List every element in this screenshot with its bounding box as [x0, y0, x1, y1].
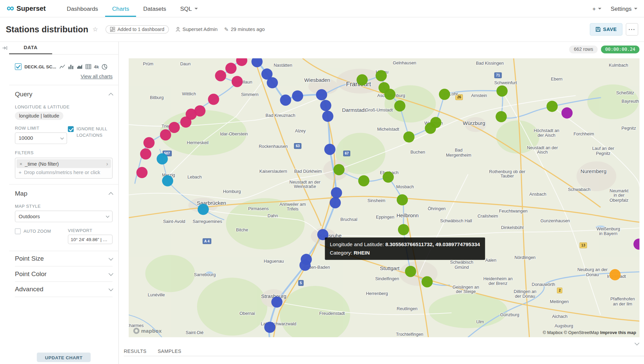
map-city-label: Augsburg [554, 324, 573, 328]
view-all-charts-link[interactable]: View all charts [80, 74, 112, 79]
scatter-point-pink[interactable] [231, 76, 243, 87]
scatter-point-green[interactable] [430, 117, 441, 128]
scatter-point-blue[interactable] [324, 144, 335, 155]
control-panel: DATA DECK.GL SC... 4k View all charts Qu… [9, 41, 119, 364]
area-chart-icon[interactable] [76, 64, 83, 69]
scatter-point-green[interactable] [358, 175, 369, 186]
nav-item-datasets[interactable]: Datasets [136, 0, 173, 17]
attribution-text[interactable]: © Mapbox © OpenStreetMap [543, 330, 599, 335]
scatter-point-pink[interactable] [169, 122, 180, 133]
ignore-null-checkbox[interactable] [68, 126, 74, 132]
panel-section-advanced[interactable]: Advanced [15, 282, 112, 297]
scatter-point-cyan[interactable] [198, 204, 209, 215]
pie-chart-icon[interactable] [101, 64, 107, 70]
line-chart-icon[interactable] [59, 64, 65, 69]
scatter-point-pink[interactable] [160, 129, 171, 140]
improve-map-link[interactable]: Improve this map [600, 330, 636, 335]
scatter-point-pink[interactable] [215, 70, 226, 81]
scatter-point-blue[interactable] [267, 77, 278, 89]
viewport-select[interactable]: 10° 24' 49.86" | … [68, 235, 113, 244]
scatter-point-pink[interactable] [225, 63, 236, 74]
map-city-label: Öhringen [428, 206, 446, 211]
scatter-point-blue[interactable] [299, 260, 311, 271]
scatter-point-green[interactable] [357, 74, 368, 85]
expand-panel-icon[interactable] [2, 45, 7, 51]
auto-zoom-checkbox[interactable] [15, 228, 21, 234]
scatter-point-blue[interactable] [331, 187, 342, 198]
scatter-point-green[interactable] [383, 171, 394, 183]
scatter-point-green[interactable] [495, 111, 507, 122]
scatter-point-blue[interactable] [329, 197, 341, 208]
scatter-point-green[interactable] [398, 224, 409, 235]
scatter-point-blue[interactable] [271, 297, 282, 308]
lonlat-value-pill[interactable]: longitude | latitude [15, 112, 63, 120]
superset-logo[interactable]: ∞ Superset [7, 4, 46, 13]
scatter-point-green[interactable] [404, 131, 415, 142]
scatter-point-purple[interactable] [561, 107, 573, 119]
chevron-down-icon [60, 136, 64, 139]
tab-data[interactable]: DATA [9, 41, 52, 54]
scatter-point-cyan[interactable] [157, 154, 168, 165]
scatter-point-blue[interactable] [280, 95, 291, 106]
drop-columns-target[interactable]: + Drop columns/metrics here or click [17, 168, 111, 177]
scatter-point-blue[interactable] [322, 111, 333, 122]
scatter-point-green[interactable] [397, 194, 408, 205]
dashboard-badge[interactable]: Added to 1 dashboard [105, 25, 169, 34]
tooltip-category-value: RHEIN [354, 250, 370, 256]
chevron-up-icon [108, 93, 113, 98]
row-limit-select[interactable]: 10000 [15, 132, 67, 144]
panel-section-point-size[interactable]: Point Size [15, 251, 112, 266]
scatter-point-green[interactable] [439, 89, 450, 100]
nav-item-charts[interactable]: Charts [105, 0, 136, 17]
map-city-label: Haguenau [264, 259, 284, 264]
tab-results[interactable]: RESULTS [124, 349, 147, 354]
scatter-point-green[interactable] [547, 101, 558, 112]
scatter-point-cyan[interactable] [162, 175, 173, 186]
map-city-label: Sinsheim [367, 198, 385, 203]
nav-item-sql[interactable]: SQL [173, 0, 205, 17]
chevron-down-icon [634, 8, 638, 9]
modified-meta[interactable]: ✎ 29 minutes ago [224, 26, 265, 32]
update-chart-button[interactable]: UPDATE CHART [37, 353, 91, 362]
scatter-point-pink[interactable] [208, 94, 219, 105]
scatter-point-blue[interactable] [264, 322, 275, 333]
panel-section-point-color[interactable]: Point Color [15, 266, 112, 282]
scatter-point-pink[interactable] [136, 167, 148, 178]
scatter-point-green[interactable] [496, 86, 508, 97]
section-title: Advanced [15, 286, 43, 293]
bar-chart-icon[interactable] [68, 64, 74, 69]
map-section-header[interactable]: Map [15, 190, 112, 197]
settings-menu[interactable]: Settings [611, 5, 637, 12]
chevron-down-icon [108, 271, 113, 276]
scatter-point-green[interactable] [376, 70, 387, 81]
scatter-point-blue[interactable] [292, 90, 303, 101]
scatter-point-green[interactable] [405, 266, 416, 277]
scatter-point-green[interactable] [421, 276, 432, 287]
map-style-select[interactable]: Outdoors [15, 210, 112, 222]
scatter-point-pink[interactable] [143, 137, 155, 148]
scatter-point-green[interactable] [333, 164, 345, 175]
view-all-charts-row: View all charts [15, 74, 112, 79]
scatter-point-blue[interactable] [316, 89, 327, 100]
save-button[interactable]: SAVE [590, 23, 622, 36]
scatter-point-blue[interactable] [320, 100, 331, 111]
map-city-label: Crailsheim [478, 214, 498, 219]
more-options-button[interactable]: ··· [626, 23, 638, 36]
query-section-header[interactable]: Query [15, 91, 112, 98]
tab-samples[interactable]: SAMPLES [158, 349, 181, 354]
favorite-star-icon[interactable]: ☆ [92, 26, 98, 33]
nav-item-dashboards[interactable]: Dashboards [60, 0, 105, 17]
scatter-point-pink[interactable] [180, 117, 191, 128]
add-new-button[interactable]: + [592, 5, 602, 12]
scatter-point-orange[interactable] [609, 269, 620, 280]
table-icon[interactable] [85, 64, 91, 69]
map-city-label: Günzburg [500, 312, 519, 317]
remove-filter-icon[interactable]: × [20, 161, 23, 166]
mapbox-logo[interactable]: mapbox [133, 328, 162, 334]
deckgl-map[interactable]: 6367507A 457126132 PrümDaunNastättenGeln… [129, 58, 639, 337]
scatter-point-green[interactable] [394, 100, 406, 111]
scatter-point-green[interactable] [384, 89, 395, 100]
scatter-point-pink[interactable] [140, 148, 151, 160]
filter-chip[interactable]: × _time (No filter) › [17, 159, 111, 168]
road-shield: 13 [580, 242, 587, 248]
